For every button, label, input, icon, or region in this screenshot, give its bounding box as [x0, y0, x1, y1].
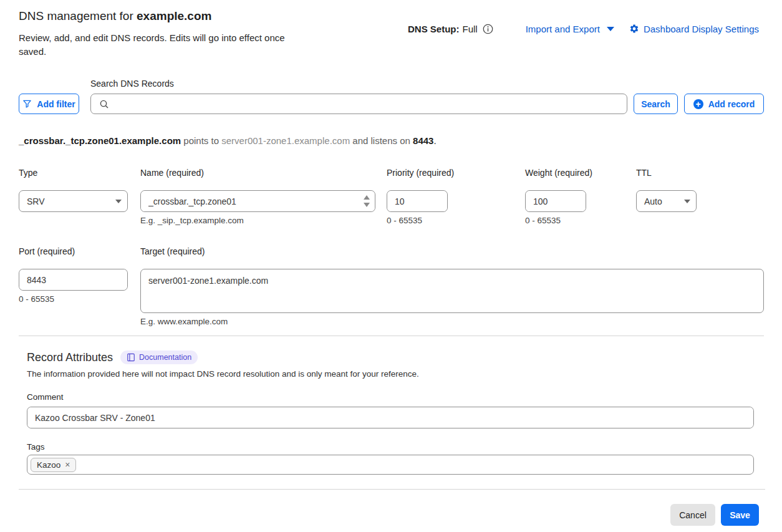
search-icon: [99, 99, 109, 109]
port-input[interactable]: [19, 269, 127, 290]
search-button-label: Search: [641, 99, 670, 109]
record-form-row-2: Port (required) 0 - 65535 Target (requir…: [19, 246, 764, 326]
dashboard-display-settings-link[interactable]: Dashboard Display Settings: [629, 24, 759, 34]
info-icon[interactable]: [483, 24, 493, 34]
tags-label: Tags: [27, 442, 754, 452]
weight-label: Weight (required): [525, 168, 586, 178]
remove-tag-icon[interactable]: ×: [65, 460, 70, 469]
chevron-down-icon: [684, 200, 690, 203]
target-field-group: Target (required) server001-zone1.exampl…: [140, 246, 764, 326]
ttl-value: Auto: [644, 196, 662, 206]
add-record-button[interactable]: + Add record: [684, 94, 764, 114]
dns-setup-status: DNS Setup: Full: [408, 24, 493, 34]
type-value: SRV: [27, 196, 45, 206]
name-label: Name (required): [140, 168, 375, 178]
port-label: Port (required): [19, 246, 128, 256]
header: DNS management for example.com Review, a…: [19, 9, 764, 59]
summary-listens: and listens on: [352, 135, 410, 146]
tag-chip: Kazoo ×: [31, 458, 76, 472]
name-input[interactable]: [141, 191, 375, 211]
comment-input[interactable]: [27, 407, 753, 428]
filter-icon: [22, 99, 32, 109]
chevron-down-icon: [607, 27, 614, 31]
type-label: Type: [19, 168, 128, 178]
cancel-button[interactable]: Cancel: [670, 504, 715, 526]
add-record-label: Add record: [708, 99, 755, 109]
summary-port: 8443.: [413, 135, 437, 146]
header-actions: DNS Setup: Full Import and Export Dashbo…: [408, 22, 759, 35]
name-input-wrap: [140, 190, 375, 212]
name-hint: E.g. _sip._tcp.example.com: [140, 216, 375, 225]
weight-hint: 0 - 65535: [525, 216, 586, 225]
search-button[interactable]: Search: [634, 94, 678, 114]
page-title-prefix: DNS management for: [19, 9, 133, 22]
weight-field-group: Weight (required) 0 - 65535: [525, 168, 586, 225]
tag-chip-label: Kazoo: [37, 460, 60, 470]
record-form-row-1: Type SRV Name (required) E.g. _sip._tcp.…: [19, 168, 764, 225]
summary-points-to: points to: [183, 135, 219, 146]
name-field-group: Name (required) E.g. _sip._tcp.example.c…: [140, 168, 375, 225]
documentation-badge[interactable]: Documentation: [120, 351, 198, 364]
plus-icon: +: [693, 99, 703, 109]
priority-field-group: Priority (required) 0 - 65535: [387, 168, 448, 225]
type-select[interactable]: SRV: [19, 190, 128, 212]
search-toolbar: Add filter Search DNS Records Search + A…: [19, 79, 764, 114]
header-left: DNS management for example.com Review, a…: [19, 9, 311, 59]
target-input[interactable]: server001-zone1.example.com: [140, 269, 764, 313]
dns-setup-value: Full: [462, 24, 477, 34]
port-input-wrap: [19, 269, 128, 291]
add-filter-button[interactable]: Add filter: [19, 94, 79, 114]
search-field-group: Search DNS Records: [90, 79, 627, 114]
weight-input-wrap: [525, 190, 586, 212]
target-hint: E.g. www.example.com: [140, 317, 764, 326]
documentation-badge-label: Documentation: [139, 353, 191, 362]
record-attributes-header: Record Attributes Documentation: [27, 351, 754, 364]
summary-record-name: _crossbar._tcp.zone01.example.com: [19, 135, 181, 146]
stepper-down-icon[interactable]: [364, 203, 370, 207]
import-export-menu[interactable]: Import and Export: [526, 24, 614, 34]
search-input[interactable]: [91, 94, 627, 114]
dns-setup-label: DNS Setup:: [408, 24, 460, 34]
gear-icon: [629, 24, 639, 34]
comment-input-wrap: [27, 407, 754, 428]
book-icon: [127, 353, 135, 362]
record-summary: _crossbar._tcp.zone01.example.com points…: [19, 135, 764, 146]
page-title: DNS management for example.com: [19, 9, 311, 24]
summary-target-host: server001-zone1.example.com: [221, 135, 350, 146]
footer-divider: [19, 489, 765, 490]
priority-input[interactable]: [387, 191, 447, 211]
target-label: Target (required): [140, 246, 764, 256]
page-subtitle: Review, add, and edit DNS records. Edits…: [19, 31, 311, 59]
dashboard-display-settings-label: Dashboard Display Settings: [644, 24, 759, 34]
priority-hint: 0 - 65535: [387, 216, 448, 225]
footer-actions: Cancel Save: [19, 504, 764, 526]
tags-input[interactable]: Kazoo ×: [27, 455, 754, 475]
chevron-down-icon: [115, 200, 122, 203]
stepper-up-icon[interactable]: [364, 195, 370, 200]
import-export-label: Import and Export: [526, 24, 600, 34]
add-filter-label: Add filter: [37, 99, 75, 109]
dns-management-page: DNS management for example.com Review, a…: [19, 0, 764, 526]
search-label: Search DNS Records: [90, 79, 627, 89]
page-title-domain: example.com: [137, 9, 211, 22]
record-attributes-description: The information provided here will not i…: [27, 369, 754, 379]
priority-label: Priority (required): [387, 168, 448, 178]
weight-input[interactable]: [526, 191, 586, 211]
port-hint: 0 - 65535: [19, 294, 128, 304]
record-attributes-section: Record Attributes Documentation The info…: [19, 336, 764, 475]
priority-input-wrap: [387, 190, 448, 212]
type-field-group: Type SRV: [19, 168, 128, 225]
number-stepper[interactable]: [360, 191, 374, 211]
port-field-group: Port (required) 0 - 65535: [19, 246, 128, 326]
search-box: [90, 94, 627, 114]
ttl-label: TTL: [636, 168, 697, 178]
record-attributes-title: Record Attributes: [27, 351, 113, 364]
comment-label: Comment: [27, 392, 754, 402]
save-button[interactable]: Save: [721, 504, 759, 526]
ttl-field-group: TTL Auto: [636, 168, 697, 225]
ttl-select[interactable]: Auto: [636, 190, 697, 212]
